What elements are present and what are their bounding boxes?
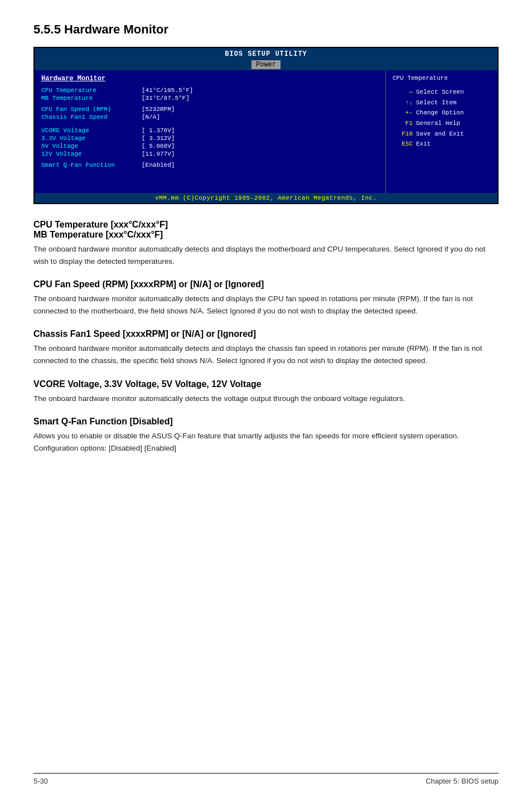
bios-label-smart-fan: Smart Q-Fan Function bbox=[41, 162, 142, 168]
bios-key-desc-help: General Help bbox=[416, 118, 460, 129]
bios-utility-title: BIOS SETUP UTILITY bbox=[35, 48, 497, 59]
bios-nav-power: Power bbox=[252, 60, 280, 69]
section-4: Smart Q-Fan Function [Disabled] Allows y… bbox=[33, 417, 499, 454]
section-1-heading: CPU Fan Speed (RPM) [xxxxRPM] or [N/A] o… bbox=[33, 279, 499, 289]
section-4-heading: Smart Q-Fan Function [Disabled] bbox=[33, 417, 499, 427]
bios-footer: vMM.mm (C)Copyright 1985-2002, American … bbox=[35, 193, 497, 203]
bios-key-sym-f1: F1 bbox=[393, 118, 413, 129]
section-3: VCORE Voltage, 3.3V Voltage, 5V Voltage,… bbox=[33, 379, 499, 405]
footer-left: 5-30 bbox=[33, 777, 48, 785]
bios-value-smart-fan: [Enabled] bbox=[142, 162, 175, 168]
bios-key-row-arrows: ↔ Select Screen bbox=[393, 87, 491, 98]
section-0: CPU Temperature [xxx°C/xxx°F]MB Temperat… bbox=[33, 220, 499, 267]
bios-left-panel: Hardware Monitor CPU Temperature [41°C/1… bbox=[35, 70, 386, 193]
bios-key-desc-save: Save and Exit bbox=[416, 129, 464, 139]
bios-row-smart-fan: Smart Q-Fan Function [Enabled] bbox=[41, 162, 379, 168]
bios-key-sym-esc: ESC bbox=[393, 139, 413, 149]
bios-value-chassis-fan: [N/A] bbox=[142, 114, 160, 120]
bios-value-cpu-temp: [41°C/105.5°F] bbox=[142, 87, 193, 94]
section-4-body: Allows you to enable or disable the ASUS… bbox=[33, 430, 499, 454]
section-2: Chassis Fan1 Speed [xxxxRPM] or [N/A] or… bbox=[33, 329, 499, 366]
bios-right-title: CPU Temperature bbox=[393, 75, 491, 81]
bios-row-vcore: VCORE Voltage [ 1.376V] bbox=[41, 127, 379, 134]
bios-label-chassis-fan: Chassis Fan1 Speed bbox=[41, 114, 142, 120]
bios-row-cpu-temp: CPU Temperature [41°C/105.5°F] bbox=[41, 87, 379, 94]
bios-key-desc-item: Select Item bbox=[416, 98, 457, 108]
page-title: 5.5.5 Hardware Monitor bbox=[33, 22, 499, 37]
bios-key-row-f1: F1 General Help bbox=[393, 118, 491, 129]
section-2-heading: Chassis Fan1 Speed [xxxxRPM] or [N/A] or… bbox=[33, 329, 499, 339]
bios-label-cpu-temp: CPU Temperature bbox=[41, 87, 142, 94]
bios-row-mb-temp: MB Temperature [31°C/87.5°F] bbox=[41, 95, 379, 102]
bios-label-3v3: 3.3V Voltage bbox=[41, 135, 142, 142]
section-0-body: The onboard hardware monitor automatical… bbox=[33, 243, 499, 267]
section-3-body: The onboard hardware monitor automatical… bbox=[33, 393, 499, 405]
bios-key-sym-f10: F10 bbox=[393, 129, 413, 139]
bios-key-row-esc: ESC Exit bbox=[393, 139, 491, 149]
section-2-body: The onboard hardware monitor automatical… bbox=[33, 342, 499, 366]
bios-left-title: Hardware Monitor bbox=[41, 75, 379, 83]
footer-right: Chapter 5: BIOS setup bbox=[425, 777, 499, 785]
bios-key-row-plusminus: +- Change Option bbox=[393, 108, 491, 118]
bios-row-12v: 12V Voltage [11.977V] bbox=[41, 151, 379, 157]
bios-value-12v: [11.977V] bbox=[142, 151, 175, 157]
bios-row-3v3: 3.3V Voltage [ 3.312V] bbox=[41, 135, 379, 142]
page-footer: 5-30 Chapter 5: BIOS setup bbox=[33, 773, 499, 785]
bios-row-5v: 5V Voltage [ 5.068V] bbox=[41, 143, 379, 149]
bios-nav: Power bbox=[35, 59, 497, 70]
bios-key-row-f10: F10 Save and Exit bbox=[393, 129, 491, 139]
bios-key-desc-exit: Exit bbox=[416, 139, 431, 149]
bios-value-vcore: [ 1.376V] bbox=[142, 127, 175, 134]
bios-content-area: Hardware Monitor CPU Temperature [41°C/1… bbox=[35, 70, 497, 193]
bios-label-vcore: VCORE Voltage bbox=[41, 127, 142, 134]
bios-key-desc-option: Change Option bbox=[416, 108, 464, 118]
bios-key-sym-arrows: ↔ bbox=[393, 87, 413, 98]
bios-row-chassis-fan: Chassis Fan1 Speed [N/A] bbox=[41, 114, 379, 120]
section-1: CPU Fan Speed (RPM) [xxxxRPM] or [N/A] o… bbox=[33, 279, 499, 317]
section-1-body: The onboard hardware monitor automatical… bbox=[33, 293, 499, 317]
bios-label-mb-temp: MB Temperature bbox=[41, 95, 142, 102]
bios-key-legend: ↔ Select Screen ↑↓ Select Item +- Change… bbox=[393, 87, 491, 149]
bios-row-cpu-fan: CPU Fan Speed (RPM) [5232RPM] bbox=[41, 106, 379, 113]
bios-key-desc-screen: Select Screen bbox=[416, 87, 464, 98]
bios-label-cpu-fan: CPU Fan Speed (RPM) bbox=[41, 106, 142, 113]
section-0-heading: CPU Temperature [xxx°C/xxx°F]MB Temperat… bbox=[33, 220, 499, 240]
bios-screenshot: BIOS SETUP UTILITY Power Hardware Monito… bbox=[33, 47, 499, 204]
bios-label-12v: 12V Voltage bbox=[41, 151, 142, 157]
bios-value-cpu-fan: [5232RPM] bbox=[142, 106, 175, 113]
bios-right-panel: CPU Temperature ↔ Select Screen ↑↓ Selec… bbox=[386, 70, 497, 193]
bios-key-row-updown: ↑↓ Select Item bbox=[393, 98, 491, 108]
bios-value-5v: [ 5.068V] bbox=[142, 143, 175, 149]
bios-key-sym-plusminus: +- bbox=[393, 108, 413, 118]
section-3-heading: VCORE Voltage, 3.3V Voltage, 5V Voltage,… bbox=[33, 379, 499, 389]
bios-label-5v: 5V Voltage bbox=[41, 143, 142, 149]
bios-value-3v3: [ 3.312V] bbox=[142, 135, 175, 142]
bios-key-sym-updown: ↑↓ bbox=[393, 98, 413, 108]
bios-value-mb-temp: [31°C/87.5°F] bbox=[142, 95, 190, 102]
